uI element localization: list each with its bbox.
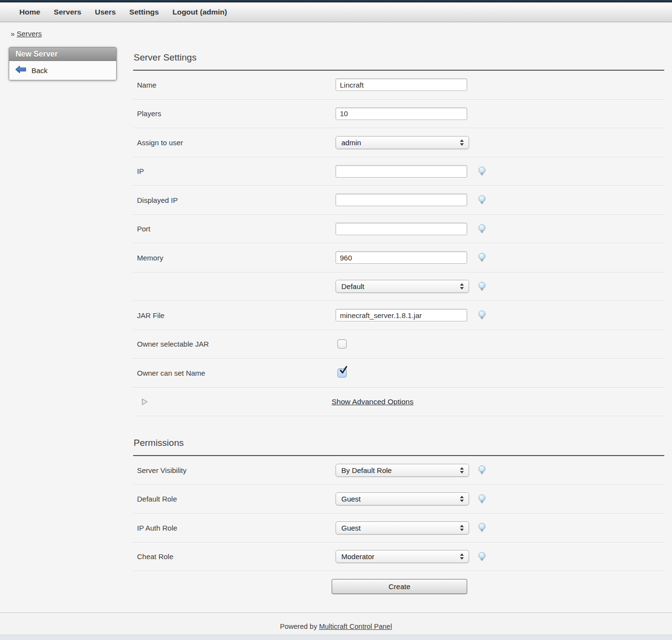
displayed-ip-label: Displayed IP [133,196,336,204]
panel-title: New Server [9,47,116,61]
main-content: Server Settings Name Players Assign to u… [133,52,664,602]
cheat-role-value: Moderator [341,552,374,561]
select-stepper-icon [460,467,464,473]
back-button[interactable]: Back [9,61,116,80]
default-role-hint-lightbulb-icon[interactable] [477,494,487,504]
cheat-role-row: Cheat Role Moderator [133,543,664,572]
port-label: Port [133,225,336,233]
select-stepper-icon [460,496,464,502]
check-mark-icon [338,366,348,375]
select-stepper-icon [460,283,464,290]
permissions-title: Permissions [134,438,664,448]
default-select-hint-lightbulb-icon[interactable] [477,281,487,291]
nav-servers[interactable]: Servers [54,2,81,22]
memory-hint-lightbulb-icon[interactable] [477,253,487,263]
server-visibility-label: Server Visibility [133,466,336,474]
default-select-row: Default [133,273,664,302]
cheat-role-label: Cheat Role [133,552,336,561]
ip-row: IP [133,157,664,186]
ip-input[interactable] [336,165,467,178]
owner-can-set-name-checkbox[interactable] [337,368,347,378]
advanced-options-row: Show Advanced Options [133,388,664,417]
server-visibility-select[interactable]: By Default Role [336,464,469,477]
port-row: Port [133,215,664,244]
server-visibility-row: Server Visibility By Default Role [133,456,664,485]
default-role-select[interactable]: Guest [336,492,469,505]
players-label: Players [133,109,336,118]
server-visibility-value: By Default Role [341,466,392,474]
assign-user-value: admin [341,138,361,147]
name-input[interactable] [336,78,467,91]
jar-file-label: JAR File [133,311,336,320]
ip-auth-role-label: IP Auth Role [133,524,336,532]
name-row: Name [133,71,664,100]
default-role-row: Default Role Guest [133,485,664,514]
owner-selectable-jar-label: Owner selectable JAR [133,340,336,348]
ip-auth-role-select[interactable]: Guest [336,521,469,534]
memory-row: Memory [133,244,664,273]
assign-user-row: Assign to user admin [133,128,664,157]
name-label: Name [133,81,336,89]
main-navbar: Home Servers Users Settings Logout (admi… [0,2,672,22]
owner-selectable-jar-row: Owner selectable JAR [133,330,664,359]
breadcrumb-servers-link[interactable]: Servers [17,30,42,38]
new-server-panel: New Server Back [9,47,117,80]
owner-selectable-jar-checkbox[interactable] [337,339,347,349]
expand-triangle-icon[interactable] [141,398,148,406]
jar-file-hint-lightbulb-icon[interactable] [477,310,487,320]
ip-hint-lightbulb-icon[interactable] [477,166,487,176]
players-input[interactable] [336,107,467,120]
select-stepper-icon [460,553,464,560]
default-select[interactable]: Default [336,280,469,293]
powered-by-text: Powered by [280,623,317,630]
select-stepper-icon [460,525,464,531]
create-button[interactable]: Create [332,579,467,594]
owner-can-set-name-row: Owner can set Name [133,359,664,388]
default-role-label: Default Role [133,495,336,503]
multicraft-link[interactable]: Multicraft Control Panel [319,623,392,630]
server-visibility-hint-lightbulb-icon[interactable] [477,465,487,475]
ip-label: IP [133,167,336,175]
back-arrow-icon [15,65,27,76]
server-settings-title: Server Settings [134,52,664,63]
displayed-ip-input[interactable] [336,194,467,206]
port-hint-lightbulb-icon[interactable] [477,224,487,234]
nav-users[interactable]: Users [95,2,116,22]
bottom-strip [0,635,672,640]
cheat-role-select[interactable]: Moderator [336,550,469,563]
jar-file-row: JAR File [133,301,664,330]
port-input[interactable] [336,223,467,235]
displayed-ip-row: Displayed IP [133,186,664,215]
assign-user-label: Assign to user [133,138,336,147]
memory-input[interactable] [336,251,467,264]
breadcrumb: » Servers [0,22,672,38]
nav-logout[interactable]: Logout (admin) [172,2,227,22]
ip-auth-role-hint-lightbulb-icon[interactable] [477,523,487,533]
cheat-role-hint-lightbulb-icon[interactable] [477,551,487,562]
show-advanced-options-link[interactable]: Show Advanced Options [332,397,413,406]
back-label: Back [31,66,47,75]
jar-file-input[interactable] [336,309,467,321]
ip-auth-role-value: Guest [341,524,361,532]
default-role-value: Guest [341,495,361,503]
memory-label: Memory [133,254,336,262]
players-row: Players [133,100,664,129]
assign-user-select[interactable]: admin [336,136,469,149]
select-stepper-icon [460,139,464,146]
breadcrumb-symbol: » [11,30,15,38]
nav-home[interactable]: Home [19,2,40,22]
create-row: Create [133,571,664,602]
ip-auth-role-row: IP Auth Role Guest [133,514,664,543]
owner-can-set-name-label: Owner can set Name [133,369,336,377]
nav-settings[interactable]: Settings [129,2,159,22]
displayed-ip-hint-lightbulb-icon[interactable] [477,195,487,205]
default-select-value: Default [341,282,365,290]
